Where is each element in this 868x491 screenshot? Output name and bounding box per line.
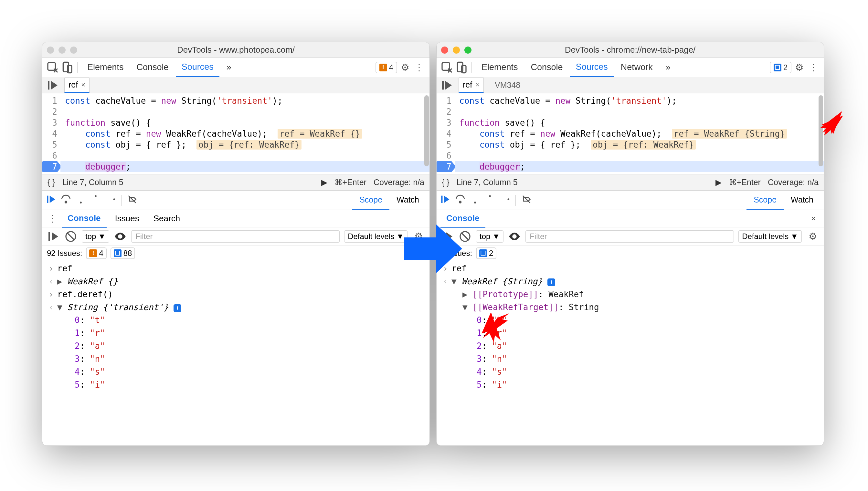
source-tab-ref[interactable]: ref × <box>64 77 89 93</box>
tab-network[interactable]: Network <box>615 58 659 76</box>
svg-rect-20 <box>443 232 444 241</box>
resume-icon[interactable] <box>441 79 453 92</box>
tab-scope[interactable]: Scope <box>352 191 389 210</box>
deactivate-breakpoints-icon[interactable] <box>127 194 138 207</box>
code-editor[interactable]: 1234567 const cacheValue = new String('t… <box>437 93 824 174</box>
tab-console[interactable]: Console <box>525 58 569 76</box>
tab-watch[interactable]: Watch <box>784 191 820 210</box>
minimize-dot[interactable] <box>453 47 460 54</box>
log-levels-selector[interactable]: Default levels ▼ <box>738 230 802 242</box>
info-badge[interactable]: ❑ 2 <box>770 62 791 73</box>
close-icon[interactable]: × <box>807 212 820 225</box>
eye-icon[interactable] <box>114 230 127 243</box>
minimize-dot[interactable] <box>58 47 65 54</box>
tab-elements[interactable]: Elements <box>81 58 130 76</box>
tab-issues[interactable]: Issues <box>109 210 145 227</box>
pause-icon[interactable] <box>440 194 451 207</box>
filter-input[interactable]: Filter <box>526 230 734 242</box>
console-output-2: String {'transient'} <box>67 302 168 312</box>
tabs-overflow-icon[interactable]: » <box>221 58 237 76</box>
issues-info-pill[interactable]: ❑88 <box>111 248 135 259</box>
pretty-print-icon[interactable]: { } <box>442 178 449 187</box>
tab-console[interactable]: Console <box>441 209 485 228</box>
tab-search[interactable]: Search <box>148 210 186 227</box>
devtools-window-left: DevTools - www.photopea.com/ Elements Co… <box>42 42 430 446</box>
warnings-badge[interactable]: ! 4 <box>375 62 397 73</box>
console-input-1: ref <box>55 262 73 275</box>
issues-info-pill[interactable]: ❑2 <box>476 248 496 259</box>
clear-console-icon[interactable] <box>64 230 77 243</box>
pause-icon[interactable] <box>46 194 57 207</box>
step-out-icon[interactable] <box>90 194 101 207</box>
object-property-row: 5: "i" <box>437 378 824 391</box>
tab-console[interactable]: Console <box>62 209 107 228</box>
step-over-icon[interactable] <box>60 194 72 207</box>
close-dot[interactable] <box>47 47 54 54</box>
resume-icon[interactable] <box>441 230 454 243</box>
tab-watch[interactable]: Watch <box>389 191 426 210</box>
titlebar: DevTools - chrome://new-tab-page/ <box>437 42 824 58</box>
code-editor[interactable]: 1234567 const cacheValue = new String('t… <box>42 93 429 174</box>
object-property-row: 0: "t" <box>42 314 429 326</box>
kebab-icon[interactable]: ⋮ <box>807 61 820 74</box>
line-gutter: 1234567 <box>42 93 60 174</box>
kebab-icon[interactable]: ⋮ <box>413 61 426 74</box>
step-out-icon[interactable] <box>484 194 496 207</box>
step-icon[interactable] <box>499 194 510 207</box>
device-icon[interactable] <box>455 61 468 74</box>
run-shortcut: ⌘+Enter <box>334 178 366 187</box>
issues-label: 2 Issues: <box>441 249 472 258</box>
object-property-row: 4: "s" <box>42 365 429 378</box>
gear-icon[interactable]: ⚙ <box>806 230 819 243</box>
close-icon[interactable]: × <box>81 81 85 89</box>
issues-label: 92 Issues: <box>47 249 82 258</box>
tab-console[interactable]: Console <box>131 58 174 76</box>
context-selector[interactable]: top ▼ <box>476 230 503 242</box>
tab-sources[interactable]: Sources <box>570 58 614 77</box>
tab-sources[interactable]: Sources <box>176 58 219 77</box>
clear-console-icon[interactable] <box>458 230 472 243</box>
inline-value-obj: obj = {ref: WeakRef} <box>591 140 696 150</box>
inline-value-ref: ref = WeakRef {} <box>278 129 362 139</box>
editor-status-bar: { } Line 7, Column 5 ▶ ⌘+Enter Coverage:… <box>42 174 429 190</box>
context-selector[interactable]: top ▼ <box>82 230 109 242</box>
code-body: const cacheValue = new String('transient… <box>60 93 429 174</box>
source-tab-vm[interactable]: VM348 <box>489 77 526 94</box>
device-icon[interactable] <box>60 61 73 74</box>
gear-icon[interactable]: ⚙ <box>398 61 411 74</box>
pretty-print-icon[interactable]: { } <box>48 178 55 187</box>
gear-icon[interactable]: ⚙ <box>793 61 806 74</box>
eye-icon[interactable] <box>508 230 521 243</box>
run-icon[interactable]: ▶ <box>716 178 722 187</box>
console-log[interactable]: ›ref ‹▼ WeakRef {String} i ▶ [[Prototype… <box>437 261 824 445</box>
tab-elements[interactable]: Elements <box>476 58 524 76</box>
tabs-overflow-icon[interactable]: » <box>660 58 676 76</box>
kebab-icon[interactable]: ⋮ <box>46 212 59 225</box>
tab-scope[interactable]: Scope <box>747 191 784 210</box>
filter-input[interactable]: Filter <box>131 230 340 242</box>
resume-icon[interactable] <box>46 79 59 92</box>
console-log[interactable]: ›ref ‹▶ WeakRef {} ›ref.deref() ‹▼ Strin… <box>42 261 429 445</box>
step-into-icon[interactable] <box>470 194 480 207</box>
source-tab-ref[interactable]: ref × <box>458 77 484 93</box>
step-icon[interactable] <box>105 194 116 207</box>
issues-warn-pill[interactable]: !4 <box>86 248 106 259</box>
close-dot[interactable] <box>441 47 448 54</box>
zoom-dot[interactable] <box>465 47 472 54</box>
debugger-toolbar: Scope Watch <box>437 190 824 210</box>
log-levels-selector[interactable]: Default levels ▼ <box>344 230 408 242</box>
object-property-row: 1: "r" <box>42 326 429 340</box>
run-icon[interactable]: ▶ <box>321 178 327 187</box>
editor-scrollbar[interactable] <box>424 95 429 166</box>
resume-icon[interactable] <box>47 230 60 243</box>
editor-scrollbar[interactable] <box>818 95 823 166</box>
gear-icon[interactable]: ⚙ <box>412 230 425 243</box>
close-icon[interactable]: × <box>475 81 480 89</box>
inspect-icon[interactable] <box>46 61 59 74</box>
inspect-icon[interactable] <box>441 61 453 74</box>
divider <box>121 195 121 206</box>
step-over-icon[interactable] <box>455 194 466 207</box>
step-into-icon[interactable] <box>75 194 86 207</box>
zoom-dot[interactable] <box>70 47 77 54</box>
deactivate-breakpoints-icon[interactable] <box>521 194 532 207</box>
